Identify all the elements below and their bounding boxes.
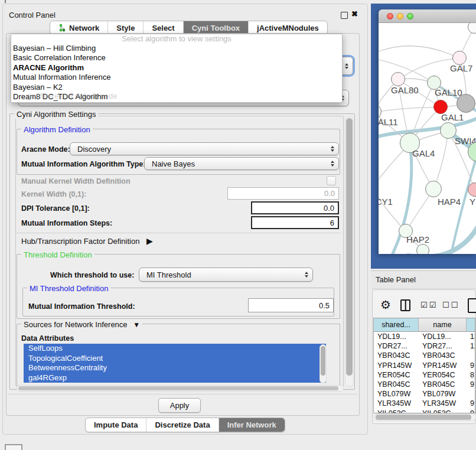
aracne-mode-label: Aracne Mode:: [21, 145, 70, 154]
tab-discretize-data[interactable]: Discretize Data: [146, 418, 218, 432]
split-columns-icon[interactable]: [400, 299, 410, 311]
scrollbar-thumb[interactable]: [18, 386, 338, 390]
tab-select[interactable]: Select: [143, 21, 182, 34]
settings-horizontal-scrollbar[interactable]: [17, 385, 344, 392]
gear-icon[interactable]: ⚙: [380, 298, 391, 312]
zoom-window-icon[interactable]: [407, 13, 413, 19]
attributes-scrollbar[interactable]: [319, 344, 327, 383]
deselect-all-checkboxes-icon[interactable]: ☐☐: [442, 301, 459, 309]
network-canvas[interactable]: GAL7GAL80GAL10GAL1GAL11SWI4GAL4GCY1HAP4Y…: [379, 23, 476, 254]
tab-impute-data[interactable]: Impute Data: [86, 418, 146, 432]
threshold-definition-title: Threshold Definition: [21, 250, 94, 259]
mi-threshold-field[interactable]: 0.5: [248, 298, 334, 312]
aracne-mode-combo[interactable]: Discovery: [70, 142, 339, 155]
which-threshold-combo[interactable]: MI Threshold: [139, 268, 313, 282]
attribute-item[interactable]: SelfLoops: [24, 344, 326, 354]
tab-infer-network[interactable]: Infer Network: [219, 418, 285, 432]
network-node-hap4[interactable]: [425, 181, 442, 197]
tab-style[interactable]: Style: [107, 21, 143, 34]
column-header-shared-name[interactable]: shared...: [374, 318, 419, 332]
table-row[interactable]: YPR145WYPR145W9.: [374, 361, 475, 370]
table-cell: YBR045C: [374, 380, 419, 389]
scrollbar-thumb[interactable]: [376, 415, 471, 420]
dpi-tolerance-label: DPI Tolerance [0,1]:: [21, 204, 90, 213]
which-threshold-label: Which threshold to use:: [50, 271, 134, 279]
app-root: Control Panel ✖ NetworkStyleSelectCyni T…: [0, 0, 476, 450]
table-cell: 8.: [467, 370, 475, 380]
collapse-arrow-icon: ▼: [133, 321, 140, 329]
table-row[interactable]: YLR345WYLR345W9.: [374, 399, 475, 408]
dropdown-item[interactable]: ARACNE Algorithm: [11, 63, 342, 73]
tab-label: Discretize Data: [155, 420, 210, 429]
node-attribute-table: shared... name YDL19...YDL19...13YDR27..…: [373, 318, 475, 413]
table-cell: 9.: [467, 361, 475, 370]
dropdown-item[interactable]: Mutual Information Inference: [11, 73, 342, 82]
attribute-item[interactable]: BetweennessCentrality: [24, 363, 326, 373]
minimized-panel-handle[interactable]: [5, 444, 22, 450]
mi-threshold-label: Mutual Information Threshold:: [28, 302, 135, 311]
combo-arrows-icon: [331, 161, 334, 167]
table-cell: YIL053C: [374, 409, 419, 413]
table-row[interactable]: YBL079WYBL079W: [374, 389, 475, 399]
dropdown-placeholder: Select algorithm to view settings: [11, 34, 342, 44]
dropdown-item[interactable]: Bayesian – Hill Climbing: [11, 44, 342, 53]
table-cell: YBL079W: [419, 389, 467, 399]
network-node[interactable]: [457, 94, 475, 113]
table-row[interactable]: YER054CYER054C8.: [374, 370, 475, 380]
network-window-titlebar[interactable]: [379, 9, 476, 23]
table-cell: 13: [467, 332, 475, 341]
close-panel-icon[interactable]: ✖: [351, 9, 358, 18]
table-row[interactable]: YBR045CYBR045C9.: [374, 380, 475, 389]
kernel-width-field[interactable]: 0.0: [227, 187, 339, 200]
dpi-tolerance-field[interactable]: 0.0: [251, 201, 339, 214]
manual-kernel-checkbox[interactable]: [327, 176, 336, 185]
tab-label: Select: [152, 24, 174, 32]
column-header-partial[interactable]: [467, 318, 475, 332]
network-node-swi4[interactable]: [440, 122, 457, 139]
table-cell: YDR27...: [419, 341, 467, 351]
dropdown-item[interactable]: Bayesian – K2: [11, 83, 342, 92]
tab-cyni-toolbox[interactable]: Cyni Toolbox: [183, 21, 248, 34]
mi-steps-field[interactable]: 6: [251, 216, 339, 229]
network-node-gal80[interactable]: [391, 72, 405, 86]
network-node-label: GCY1: [379, 197, 393, 207]
network-window: GAL7GAL80GAL10GAL1GAL11SWI4GAL4GCY1HAP4Y…: [379, 9, 476, 254]
table-row[interactable]: YDL19...YDL19...13: [374, 332, 475, 341]
combo-ghost-text: gal-filtered sif default node: [27, 92, 117, 100]
mi-algorithm-type-combo[interactable]: Naive Bayes: [144, 157, 339, 170]
tab-network[interactable]: Network: [50, 21, 107, 34]
hub-definition-toggle[interactable]: Hub/Transcription Factor Definition ▶: [21, 236, 153, 246]
apply-button[interactable]: Apply: [158, 398, 201, 413]
table-horizontal-scrollbar[interactable]: [374, 413, 476, 421]
document-icon[interactable]: [468, 298, 476, 313]
scrollbar-thumb[interactable]: [346, 118, 353, 376]
minimize-window-icon[interactable]: [397, 13, 403, 19]
scrollbar-thumb[interactable]: [321, 346, 325, 376]
tab-jactivemnodules[interactable]: jActiveMNodules: [248, 21, 327, 34]
table-row[interactable]: YBR043CYBR043C: [374, 351, 475, 360]
network-node[interactable]: [416, 244, 429, 254]
close-window-icon[interactable]: [387, 13, 393, 19]
sources-title[interactable]: Sources for Network Inference ▼: [21, 320, 142, 329]
table-row[interactable]: YIL053CYIL053C9: [374, 409, 475, 413]
select-all-checkboxes-icon[interactable]: ☑☑: [420, 301, 438, 309]
algorithm-definition-title: Algorithm Definition: [21, 125, 93, 134]
table-row[interactable]: YDR27...YDR27...12: [374, 341, 475, 351]
window-edge-artifact: [5, 0, 6, 3]
tab-label: Impute Data: [94, 420, 138, 429]
table-cell: YBL079W: [374, 389, 419, 399]
table-cell: YBR043C: [374, 351, 419, 360]
cyni-settings-title: Cyni Algorithm Settings: [14, 110, 98, 119]
attribute-item[interactable]: TopologicalCoefficient: [24, 354, 326, 364]
network-node-label: HAP4: [438, 197, 461, 207]
attribute-item[interactable]: gal4RGexp: [24, 373, 326, 383]
settings-vertical-scrollbar[interactable]: [345, 116, 354, 387]
mi-threshold-title: MI Threshold Definition: [27, 284, 110, 293]
aracne-mode-value: Discovery: [77, 145, 111, 154]
dropdown-item[interactable]: Basic Correlation Inference: [11, 53, 342, 63]
expand-arrow-icon: ▶: [146, 236, 153, 246]
float-panel-icon[interactable]: [341, 12, 348, 19]
mi-algorithm-type-value: Naive Bayes: [152, 159, 195, 168]
column-header-name[interactable]: name: [419, 318, 467, 332]
table-panel-header: Table Panel: [371, 270, 476, 289]
